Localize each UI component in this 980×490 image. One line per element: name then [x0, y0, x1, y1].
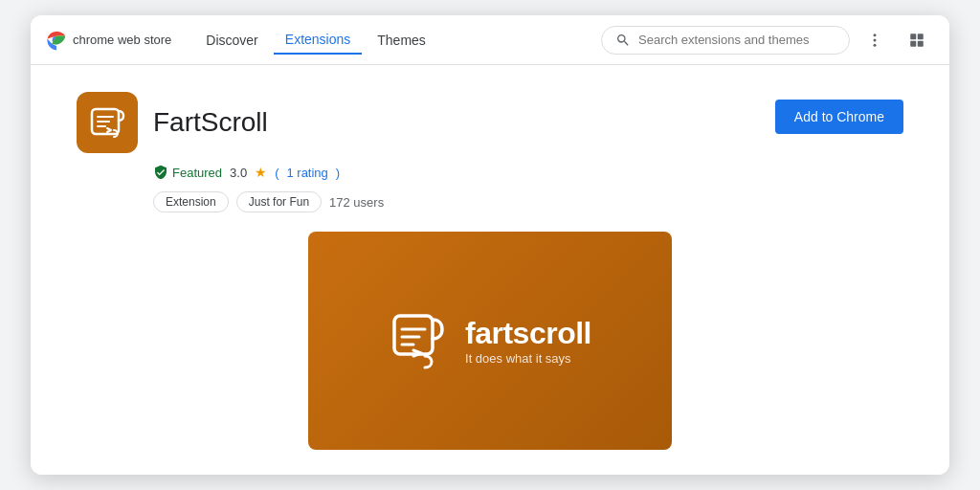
search-input[interactable]: [638, 33, 835, 47]
svg-rect-9: [394, 316, 433, 354]
svg-rect-6: [910, 40, 916, 46]
tag-extension[interactable]: Extension: [153, 191, 229, 212]
logo-area: chrome web store: [46, 30, 171, 51]
star-rating: ★: [255, 165, 267, 180]
rating-count-value[interactable]: 1 rating: [286, 166, 327, 180]
preview-container: fartscroll It does what it says: [77, 232, 903, 450]
search-box[interactable]: [601, 26, 850, 55]
store-name-label: chrome web store: [73, 33, 171, 47]
chrome-logo-icon: [46, 30, 67, 51]
nav-links: Discover Extensions Themes: [194, 26, 601, 55]
extension-icon: [77, 92, 138, 153]
fartscroll-logo-icon: [88, 103, 126, 142]
add-to-chrome-button[interactable]: Add to Chrome: [775, 100, 903, 134]
search-icon: [615, 33, 631, 48]
svg-rect-7: [918, 40, 924, 46]
preview-logo-icon: [389, 308, 450, 373]
preview-text-block: fartscroll It does what it says: [465, 316, 591, 366]
rating-row: Featured 3.0 ★ (1 rating): [153, 165, 903, 180]
extension-header: FartScroll Add to Chrome: [77, 92, 903, 153]
nav-discover[interactable]: Discover: [194, 27, 269, 54]
tag-just-for-fun[interactable]: Just for Fun: [236, 191, 322, 212]
rating-count-link[interactable]: (: [275, 166, 278, 180]
featured-label: Featured: [172, 166, 222, 180]
browser-window: chrome web store Discover Extensions The…: [31, 15, 949, 475]
users-count: 172 users: [329, 195, 384, 210]
preview-inner: fartscroll It does what it says: [389, 308, 591, 373]
svg-rect-5: [918, 33, 924, 39]
nav-extensions[interactable]: Extensions: [274, 26, 362, 55]
extension-title: FartScroll: [153, 107, 268, 138]
grid-icon: [908, 32, 925, 49]
grid-view-button[interactable]: [900, 23, 934, 57]
preview-fartscroll-icon: [389, 308, 450, 369]
svg-rect-4: [910, 33, 916, 39]
overview-heading: Overview: [77, 473, 903, 475]
svg-point-2: [874, 38, 877, 41]
verified-icon: [153, 165, 168, 180]
main-content: FartScroll Add to Chrome Featured 3.0 ★ …: [31, 65, 949, 475]
rating-number: 3.0: [230, 166, 247, 180]
preview-title: fartscroll: [465, 316, 591, 351]
more-options-button[interactable]: [858, 23, 892, 57]
rating-paren-close: ): [336, 166, 340, 180]
tags-row: Extension Just for Fun 172 users: [153, 191, 903, 212]
ext-header-left: FartScroll: [77, 92, 268, 153]
nav-bar: chrome web store Discover Extensions The…: [31, 15, 949, 65]
svg-point-1: [874, 33, 877, 36]
nav-themes[interactable]: Themes: [366, 27, 437, 54]
nav-right: [601, 23, 934, 57]
svg-point-3: [874, 43, 877, 46]
more-vert-icon: [866, 32, 883, 49]
preview-subtitle: It does what it says: [465, 351, 591, 366]
preview-image: fartscroll It does what it says: [308, 232, 672, 450]
featured-badge: Featured: [153, 165, 222, 180]
